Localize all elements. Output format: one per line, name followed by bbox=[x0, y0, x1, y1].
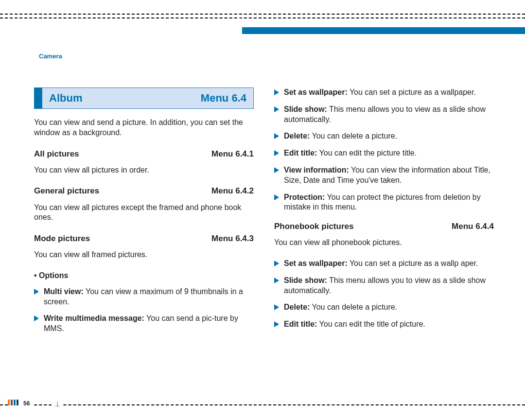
phonebook-pictures-menu: Menu 6.4.4 bbox=[452, 221, 494, 232]
option-write-mms: Write multimedia message: You can send a… bbox=[34, 314, 254, 334]
pb-option-slide-show-label: Slide show: bbox=[284, 276, 327, 284]
footer-bars-icon bbox=[8, 400, 19, 408]
pb-option-set-wallpaper: Set as wallpaper: You can set a picture … bbox=[274, 259, 494, 269]
option-slide-show-label: Slide show: bbox=[284, 105, 327, 113]
option-set-wallpaper-label: Set as wallpaper: bbox=[284, 88, 348, 96]
left-column: Album Menu 6.4 You can view and send a p… bbox=[34, 88, 254, 399]
mode-pictures-title: Mode pictures bbox=[34, 233, 90, 244]
option-edit-title-label: Edit title: bbox=[284, 149, 317, 157]
options-label: • Options bbox=[34, 271, 254, 281]
all-pictures-title: All pictures bbox=[34, 149, 79, 159]
footer-tick-icon: ⊥ bbox=[52, 400, 63, 408]
option-set-wallpaper: Set as wallpaper: You can set a picture … bbox=[274, 88, 494, 98]
album-title: Album bbox=[49, 91, 82, 105]
mode-pictures-desc: You can view all framed pictures. bbox=[34, 250, 254, 260]
mode-options-list-b: Set as wallpaper: You can set a picture … bbox=[274, 88, 494, 212]
option-multi-view-label: Multi view: bbox=[44, 287, 84, 296]
album-menu: Menu 6.4 bbox=[201, 91, 246, 105]
option-multi-view: Multi view: You can view a maximum of 9 … bbox=[34, 287, 254, 307]
top-rule-2 bbox=[0, 18, 525, 18]
phonebook-pictures-heading: Phonebook pictures Menu 6.4.4 bbox=[274, 221, 494, 232]
option-set-wallpaper-text: You can set a picture as a wallpaper. bbox=[348, 88, 476, 96]
general-pictures-menu: Menu 6.4.2 bbox=[211, 186, 254, 196]
pb-option-delete-text: You can delete a picture. bbox=[310, 303, 397, 311]
pb-option-set-wallpaper-label: Set as wallpaper: bbox=[284, 259, 348, 267]
page-body: Album Menu 6.4 You can view and send a p… bbox=[34, 88, 494, 399]
mode-pictures-menu: Menu 6.4.3 bbox=[211, 233, 254, 244]
pb-option-edit-title-label: Edit title: bbox=[284, 320, 317, 328]
general-pictures-title: General pictures bbox=[34, 186, 99, 196]
phonebook-pictures-desc: You can view all phonebook pictures. bbox=[274, 238, 494, 248]
footer-page-block: 56 bbox=[8, 400, 34, 408]
option-view-info-label: View information: bbox=[284, 166, 349, 174]
general-pictures-heading: General pictures Menu 6.4.2 bbox=[34, 186, 254, 196]
general-pictures-desc: You can view all pictures except the fra… bbox=[34, 203, 254, 223]
pb-option-set-wallpaper-text: You can set a picture as a wallp aper. bbox=[348, 259, 478, 267]
option-delete: Delete: You can delete a picture. bbox=[274, 131, 494, 141]
phonebook-options-list: Set as wallpaper: You can set a picture … bbox=[274, 259, 494, 330]
page-number: 56 bbox=[23, 400, 30, 408]
header-band-accent bbox=[242, 27, 525, 34]
option-slide-show: Slide show: This menu allows you to view… bbox=[274, 105, 494, 125]
footer-rule bbox=[0, 404, 525, 405]
mode-pictures-heading: Mode pictures Menu 6.4.3 bbox=[34, 233, 254, 244]
option-edit-title: Edit title: You can edit the picture tit… bbox=[274, 148, 494, 158]
pb-option-slide-show: Slide show: This menu allows you to view… bbox=[274, 276, 494, 296]
all-pictures-desc: You can view all pictures in order. bbox=[34, 165, 254, 175]
section-label: Camera bbox=[39, 52, 62, 61]
page-footer: 56 ⊥ bbox=[0, 401, 525, 410]
album-intro: You can view and send a picture. In addi… bbox=[34, 118, 254, 138]
top-rule-1 bbox=[0, 14, 525, 15]
right-column: Set as wallpaper: You can set a picture … bbox=[274, 88, 494, 399]
option-view-info: View information: You can view the infor… bbox=[274, 165, 494, 186]
option-delete-label: Delete: bbox=[284, 132, 310, 140]
pb-option-edit-title-text: You can edit the title of picture. bbox=[317, 320, 425, 328]
option-delete-text: You can delete a picture. bbox=[310, 132, 397, 140]
phonebook-pictures-title: Phonebook pictures bbox=[274, 221, 353, 232]
pb-option-delete: Delete: You can delete a picture. bbox=[274, 302, 494, 313]
option-protection-label: Protection: bbox=[284, 193, 325, 201]
option-write-mms-label: Write multimedia message: bbox=[44, 314, 144, 322]
pb-option-delete-label: Delete: bbox=[284, 303, 310, 311]
all-pictures-heading: All pictures Menu 6.4.1 bbox=[34, 149, 254, 159]
option-edit-title-text: You can edit the picture title. bbox=[317, 149, 417, 157]
album-heading: Album Menu 6.4 bbox=[34, 88, 254, 109]
option-protection: Protection: You can protect the pictures… bbox=[274, 192, 494, 213]
header-band-gap bbox=[238, 18, 240, 35]
album-heading-block bbox=[34, 88, 42, 109]
mode-options-list-a: Multi view: You can view a maximum of 9 … bbox=[34, 287, 254, 334]
pb-option-edit-title: Edit title: You can edit the title of pi… bbox=[274, 319, 494, 330]
all-pictures-menu: Menu 6.4.1 bbox=[211, 149, 254, 159]
